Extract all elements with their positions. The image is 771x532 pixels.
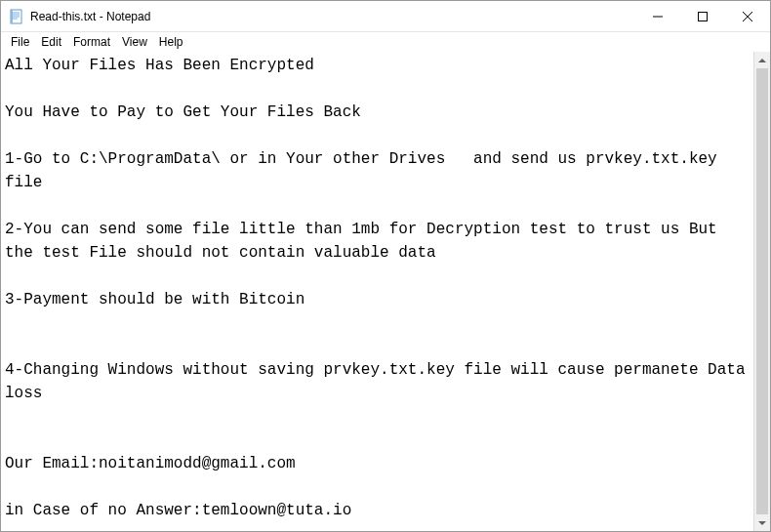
scroll-up-arrow[interactable] — [754, 52, 770, 68]
scroll-thumb[interactable] — [756, 68, 768, 514]
chevron-up-icon — [758, 59, 766, 62]
svg-rect-7 — [699, 12, 708, 20]
menubar: File Edit Format View Help — [1, 32, 770, 52]
menu-edit[interactable]: Edit — [35, 34, 67, 50]
scroll-track[interactable] — [754, 68, 770, 514]
maximize-button[interactable] — [680, 1, 725, 31]
minimize-icon — [653, 12, 663, 21]
notepad-icon — [9, 9, 24, 24]
maximize-icon — [698, 12, 708, 21]
menu-help[interactable]: Help — [153, 34, 189, 50]
notepad-window: Read-this.txt - Notepad File Edit Format… — [0, 0, 771, 532]
window-title: Read-this.txt - Notepad — [30, 10, 635, 23]
titlebar[interactable]: Read-this.txt - Notepad — [1, 1, 770, 32]
chevron-down-icon — [758, 521, 766, 525]
text-editor[interactable]: All Your Files Has Been Encrypted You Ha… — [1, 52, 753, 531]
menu-format[interactable]: Format — [67, 34, 116, 50]
vertical-scrollbar[interactable] — [753, 52, 770, 531]
minimize-button[interactable] — [635, 1, 680, 31]
svg-rect-5 — [11, 10, 13, 23]
window-controls — [635, 1, 770, 31]
close-button[interactable] — [725, 1, 770, 31]
scroll-down-arrow[interactable] — [754, 514, 770, 531]
svg-marker-10 — [758, 59, 766, 62]
menu-file[interactable]: File — [5, 34, 35, 50]
svg-marker-11 — [758, 521, 766, 525]
menu-view[interactable]: View — [116, 34, 153, 50]
content-area: All Your Files Has Been Encrypted You Ha… — [1, 52, 770, 531]
close-icon — [743, 12, 752, 21]
